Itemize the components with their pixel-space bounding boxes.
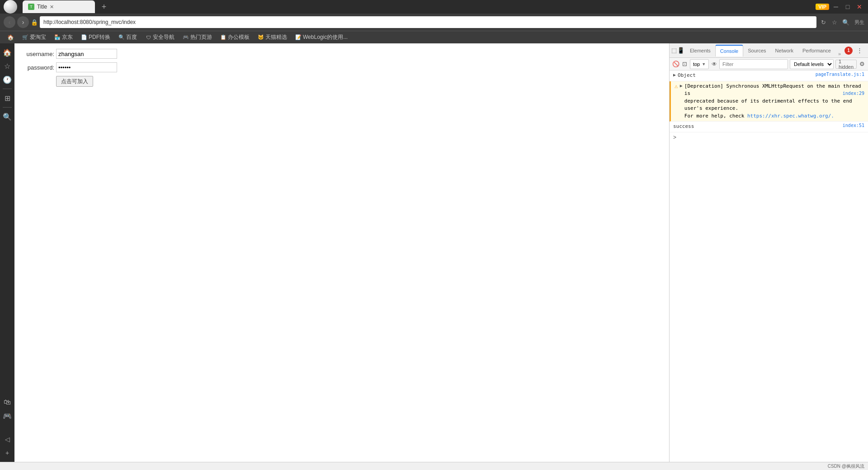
taobao-icon: 🛒 (22, 34, 28, 41)
bookmark-tmall[interactable]: 🐱 天猫精选 (254, 32, 291, 43)
bookmark-games-label: 热门页游 (190, 33, 212, 41)
refresh-button[interactable]: ↻ (818, 17, 828, 27)
back-button[interactable]: ‹ (4, 16, 15, 28)
bookmark-pdf-label: PDF转换 (89, 33, 110, 41)
console-eye-button[interactable]: 👁 (711, 60, 717, 69)
console-content: ▶ Object pageTranslate.js:1 ⚠ ▶ [Depreca… (670, 70, 868, 462)
console-success-file[interactable]: index:51 (843, 123, 864, 128)
star-button[interactable]: ☆ (830, 17, 840, 27)
devtools-inspect-button[interactable]: ⬚ (671, 45, 677, 56)
console-entry-warning: ⚠ ▶ [Deprecation] Synchronous XMLHttpReq… (670, 81, 868, 122)
pdf-icon: 📄 (81, 34, 87, 41)
bookmark-taobao-label: 爱淘宝 (30, 33, 46, 41)
active-tab[interactable]: T Title ✕ (23, 0, 95, 13)
nav-bar: ‹ › 🔒 ↻ ☆ 🔍 男生 (0, 14, 868, 31)
hidden-badge: 1 hidden (835, 60, 857, 69)
console-object-file[interactable]: pageTranslate.js:1 (816, 72, 864, 77)
console-warning-link[interactable]: https://xhr.spec.whatwg.org/. (747, 113, 834, 119)
warning-icon: ⚠ (675, 83, 678, 89)
console-clear-button[interactable]: 🚫 (672, 60, 679, 69)
sidebar-game-icon[interactable]: 🎮 (1, 409, 14, 422)
devtools-mobile-button[interactable]: 📱 (677, 45, 684, 56)
console-warning-arrow[interactable]: ▶ (680, 83, 683, 88)
bookmark-safety-label: 安全导航 (153, 33, 175, 41)
close-window-button[interactable]: ✕ (854, 2, 864, 12)
bookmark-baidu-label: 百度 (126, 33, 137, 41)
tab-close-button[interactable]: ✕ (50, 4, 54, 10)
bookmark-office[interactable]: 📋 办公模板 (217, 32, 253, 43)
tab-performance[interactable]: Performance (798, 45, 835, 56)
safety-icon: 🛡 (145, 34, 151, 41)
console-prompt: > (670, 132, 868, 142)
sidebar-collapse-icon[interactable]: ◁ (1, 433, 14, 446)
bookmark-safety[interactable]: 🛡 安全导航 (142, 32, 178, 43)
forward-button[interactable]: › (17, 16, 29, 28)
sidebar-divider-2 (3, 107, 12, 108)
scope-dropdown-icon: ▼ (702, 62, 706, 66)
bookmark-weblogic[interactable]: 📝 WebLogic的使用... (292, 32, 351, 43)
tab-sources-label: Sources (748, 48, 766, 53)
status-text: CSDN @枫很风流 (828, 463, 864, 470)
tab-network[interactable]: Network (771, 45, 798, 56)
tab-console[interactable]: Console (715, 45, 743, 56)
new-tab-button[interactable]: + (98, 0, 110, 13)
filter-input[interactable] (719, 59, 788, 69)
jd-icon: 🏪 (54, 34, 61, 41)
tab-elements[interactable]: Elements (685, 45, 715, 56)
bookmark-tmall-label: 天猫精选 (265, 33, 287, 41)
minimize-button[interactable]: ─ (831, 2, 841, 12)
console-toolbar: 🚫 ⊡ top ▼ 👁 Default levels 1 hidden ⚙ (670, 58, 868, 70)
sidebar-bag-icon[interactable]: 🛍 (1, 396, 14, 409)
password-label: password: (20, 64, 56, 71)
bookmark-office-label: 办公模板 (228, 33, 250, 41)
search-button[interactable]: 🔍 (841, 17, 851, 27)
tab-favicon: T (28, 4, 34, 10)
bookmark-pdf[interactable]: 📄 PDF转换 (77, 32, 114, 43)
console-object-text: Object (678, 72, 814, 80)
console-object-arrow[interactable]: ▶ (673, 72, 676, 77)
sidebar-add-icon[interactable]: + (1, 446, 14, 459)
sidebar-search-icon[interactable]: 🔍 (1, 110, 14, 123)
translate-button[interactable]: 男生 (854, 17, 864, 27)
console-prompt-input[interactable] (678, 134, 864, 140)
bookmark-taobao[interactable]: 🛒 爱淘宝 (19, 32, 50, 43)
username-row: username: (20, 49, 664, 59)
sidebar-apps-icon[interactable]: ⊞ (1, 92, 14, 104)
prompt-arrow-icon: > (673, 134, 676, 141)
bookmark-games[interactable]: 🎮 热门页游 (179, 32, 216, 43)
console-entry-object[interactable]: ▶ Object pageTranslate.js:1 (670, 70, 868, 81)
tab-console-label: Console (720, 48, 738, 54)
sidebar-item-home[interactable]: 🏠 (4, 32, 18, 43)
sidebar-star-icon[interactable]: ☆ (1, 60, 14, 72)
sidebar-home-icon[interactable]: 🏠 (1, 46, 14, 59)
console-gear-button[interactable]: ⚙ (859, 60, 865, 69)
url-bar[interactable] (40, 16, 816, 28)
games-icon: 🎮 (183, 34, 189, 41)
bookmark-baidu[interactable]: 🔍 百度 (115, 32, 141, 43)
tab-network-label: Network (775, 48, 793, 53)
maximize-button[interactable]: □ (843, 2, 853, 12)
bookmark-jd-label: 京东 (62, 33, 73, 41)
main-area: 🏠 ☆ 🕐 ⊞ 🔍 🛍 🎮 ◁ + username: password: (0, 43, 868, 462)
tab-more[interactable]: » (835, 51, 844, 56)
level-select[interactable]: Default levels (790, 59, 834, 69)
console-success-text: success (673, 123, 841, 131)
tab-sources[interactable]: Sources (743, 45, 770, 56)
username-input[interactable] (56, 49, 117, 59)
submit-row: 点击可加入 (20, 76, 664, 87)
password-input[interactable] (56, 62, 117, 72)
office-icon: 📋 (220, 34, 226, 41)
console-settings-toggle[interactable]: ⊡ (681, 60, 688, 69)
browser-logo (4, 0, 17, 14)
console-scope-selector[interactable]: top ▼ (690, 59, 709, 69)
console-warning-file-inline[interactable]: index:29 (843, 90, 864, 97)
submit-button[interactable]: 点击可加入 (56, 76, 93, 87)
devtools-more-button[interactable]: ⋮ (854, 45, 865, 56)
sidebar: 🏠 ☆ 🕐 ⊞ 🔍 🛍 🎮 ◁ + (0, 43, 14, 462)
page-content: username: password: 点击可加入 (14, 43, 669, 462)
devtools-settings-button[interactable]: ⚙ (866, 45, 868, 56)
sidebar-clock-icon[interactable]: 🕐 (1, 73, 14, 86)
bookmark-jd[interactable]: 🏪 京东 (51, 32, 76, 43)
devtools-header: ⬚ 📱 Elements Console Sources Network (670, 43, 868, 58)
warning-count-badge: 1 (844, 47, 853, 55)
